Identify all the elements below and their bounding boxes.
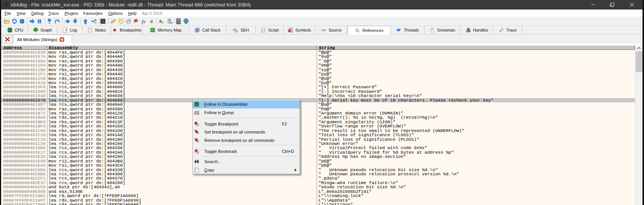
svg-text:<>: <> xyxy=(321,29,326,33)
svg-text:A: A xyxy=(159,19,162,24)
svg-text:64: 64 xyxy=(9,29,11,31)
svg-text:fx: fx xyxy=(142,19,145,24)
svg-text:S: S xyxy=(102,19,104,24)
svg-text:64: 64 xyxy=(196,103,198,105)
svg-text:z: z xyxy=(162,21,164,24)
svg-text:#: # xyxy=(150,19,153,24)
svg-text:<>: <> xyxy=(262,29,265,32)
